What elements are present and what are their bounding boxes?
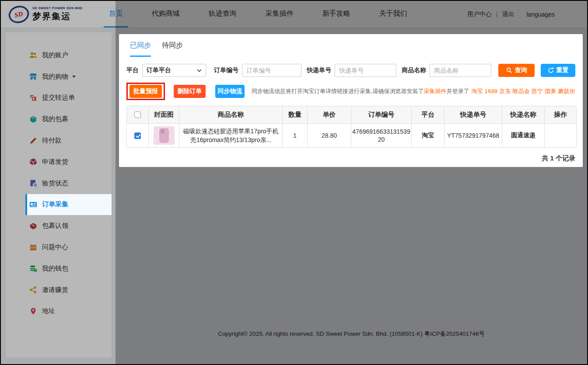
sidebar: 我的账户我的购物提交转运单我的包裹待付款申请发货验货状态订单采集包裹认领=?问题… <box>6 32 112 358</box>
product-name-input[interactable] <box>430 64 491 77</box>
header-cell: 订单编号 <box>351 106 412 124</box>
transfer-box-icon <box>29 94 37 102</box>
sidebar-item-label: 我的账户 <box>42 51 68 59</box>
row-checkbox[interactable] <box>134 132 141 139</box>
user-group-icon <box>29 51 37 59</box>
sidebar-item-label: 申请发货 <box>42 158 68 166</box>
header-cell: 单价 <box>308 106 351 124</box>
sync-logistics-button[interactable]: 同步物流 <box>215 85 245 98</box>
order-no-cell: 4769691663313153920 <box>351 124 412 148</box>
search-button[interactable]: 查询 <box>498 64 535 77</box>
tracking-no-input[interactable] <box>335 64 396 77</box>
sidebar-item-shopping[interactable]: 我的购物 <box>25 66 112 87</box>
svg-text:=?: =? <box>31 245 36 250</box>
location-pin-icon <box>29 307 37 315</box>
sidebar-item-transfer-order[interactable]: 提交转运单 <box>25 87 112 109</box>
sidebar-item-question-center[interactable]: =?问题中心 <box>25 236 112 258</box>
refresh-icon <box>548 67 554 73</box>
header-divider: | <box>496 11 498 18</box>
sidebar-item-invite-reward[interactable]: 邀请赚赏 <box>25 279 112 301</box>
search-icon <box>506 67 512 73</box>
logo-ellipse-icon: SD <box>7 4 31 25</box>
sidebar-item-label: 地址 <box>42 307 55 315</box>
sidebar-item-label: 订单采集 <box>42 200 68 209</box>
tracking-no-cell: YT7573291797468 <box>444 124 502 148</box>
claim-box-icon <box>29 222 37 230</box>
nav-item-tracking[interactable]: 轨迹查询 <box>203 1 242 28</box>
nav-item-plugin[interactable]: 采集插件 <box>260 1 299 28</box>
browser-viewport: SD SD SWEET POWER SDN BHD 梦界集运 首页代购商城轨迹查… <box>0 0 588 365</box>
tab-synced[interactable]: 已同步 <box>130 41 151 57</box>
action-cell <box>545 124 577 148</box>
table-body: 磁吸款液态硅胶适用苹果17pro手机壳16promax简约13/13pro亲..… <box>127 124 577 148</box>
sidebar-item-order-collection[interactable]: 订单采集 <box>25 194 112 216</box>
user-center-link[interactable]: 用户中心 <box>467 10 492 18</box>
sidebar-item-label: 待付款 <box>42 136 62 145</box>
sidebar-item-apply-shipping[interactable]: 申请发货 <box>25 151 112 173</box>
order-collection-panel: 已同步待同步 平台 订单平台 订单编号 快递单号 商品名称 查询 重置 <box>119 34 583 167</box>
sidebar-item-label: 包裹认领 <box>42 222 68 230</box>
tab-pending-sync[interactable]: 待同步 <box>162 41 183 57</box>
delete-order-button[interactable]: 删除订单 <box>174 85 206 98</box>
header-cell: 快递单号 <box>444 106 502 124</box>
sidebar-item-account[interactable]: 我的账户 <box>25 45 112 66</box>
site-logo: SD SD SWEET POWER SDN BHD 梦界集运 <box>9 6 83 23</box>
sidebar-item-label: 我的购物 <box>42 73 68 81</box>
header-cell: 商品名称 <box>179 106 283 124</box>
sidebar-item-pending-payment[interactable]: 待付款 <box>25 130 112 151</box>
logout-link[interactable]: 退出 <box>502 10 514 18</box>
coins-icon <box>29 264 37 272</box>
main-nav: 首页代购商城轨迹查询采集插件新手攻略关于我们 <box>104 1 431 28</box>
platform-links[interactable]: 淘宝 1688 京东 唯品会 苏宁 国美 蘑菇街 <box>472 88 575 94</box>
product-image <box>154 126 175 145</box>
chevron-down-icon <box>197 69 202 72</box>
brand-name-zh: 梦界集运 <box>32 10 83 22</box>
sync-tabs: 已同步待同步 <box>119 34 583 57</box>
header-cell: 快递名称 <box>502 106 545 124</box>
copyright-text: Copyright© 2025. All rights reserved. SD… <box>116 330 587 338</box>
site-header: SD SD SWEET POWER SDN BHD 梦界集运 首页代购商城轨迹查… <box>1 1 587 28</box>
table-header-row: 封面图商品名称数量单价订单编号平台快递单号快递名称操作 <box>127 106 577 124</box>
orders-table: 封面图商品名称数量单价订单编号平台快递单号快递名称操作 磁吸款液态硅胶适用苹果1… <box>126 106 577 148</box>
sidebar-item-label: 提交转运单 <box>42 94 75 102</box>
sidebar-item-package-claim[interactable]: 包裹认领 <box>25 215 112 236</box>
nav-item-mall[interactable]: 代购商城 <box>147 1 185 28</box>
header-cell: 平台 <box>412 106 444 124</box>
sidebar-item-label: 我的包裹 <box>42 115 68 123</box>
carrier-cell: 圆通速递 <box>502 124 545 148</box>
select-all-header-cell <box>127 106 149 124</box>
nav-item-guide[interactable]: 新手攻略 <box>317 1 356 28</box>
nav-item-about[interactable]: 关于我们 <box>374 1 413 28</box>
brand-name-en: SD SWEET POWER SDN BHD <box>32 6 83 10</box>
record-count: 共 1 个记录 <box>126 154 575 163</box>
doc-search-icon <box>29 179 37 187</box>
cube-icon <box>29 115 37 123</box>
sidebar-item-inspection-status[interactable]: 验货状态 <box>25 173 112 194</box>
sidebar-item-address[interactable]: 地址 <box>25 301 112 322</box>
batch-forecast-button[interactable]: 批量预报 <box>130 85 162 98</box>
languages-link[interactable]: languages <box>526 11 555 18</box>
question-box-icon: =? <box>29 243 37 251</box>
reset-button[interactable]: 重置 <box>541 64 575 77</box>
order-card-icon <box>29 201 37 209</box>
sidebar-item-label: 我的钱包 <box>42 264 68 273</box>
action-bar: 批量预报 删除订单 同步物流 同步物流信息将打开淘宝订单详情链接进行采集,请确保… <box>119 83 583 100</box>
header-cell: 操作 <box>545 106 577 124</box>
quantity-cell: 1 <box>283 124 308 148</box>
sync-hint-text: 同步物流信息将打开淘宝订单详情链接进行采集,请确保浏览器安装了采集插件并登录了淘… <box>252 87 575 95</box>
pen-icon <box>29 137 37 145</box>
select-all-checkbox[interactable] <box>134 111 141 118</box>
header-cell: 封面图 <box>149 106 179 124</box>
sidebar-item-label: 邀请赚赏 <box>42 286 68 294</box>
nav-item-home[interactable]: 首页 <box>104 1 128 28</box>
order-no-input[interactable] <box>242 64 301 77</box>
sidebar-item-packages[interactable]: 我的包裹 <box>25 108 112 130</box>
plugin-link[interactable]: 采集插件 <box>424 88 447 94</box>
sidebar-item-wallet[interactable]: 我的钱包 <box>25 258 112 279</box>
platform-select[interactable]: 订单平台 <box>142 64 206 77</box>
chevron-down-icon <box>72 76 76 78</box>
product-name-label: 商品名称 <box>402 66 426 74</box>
table-row: 磁吸款液态硅胶适用苹果17pro手机壳16promax简约13/13pro亲..… <box>127 124 577 148</box>
highlight-annotation: 批量预报 <box>126 83 165 100</box>
share-icon <box>29 286 37 294</box>
